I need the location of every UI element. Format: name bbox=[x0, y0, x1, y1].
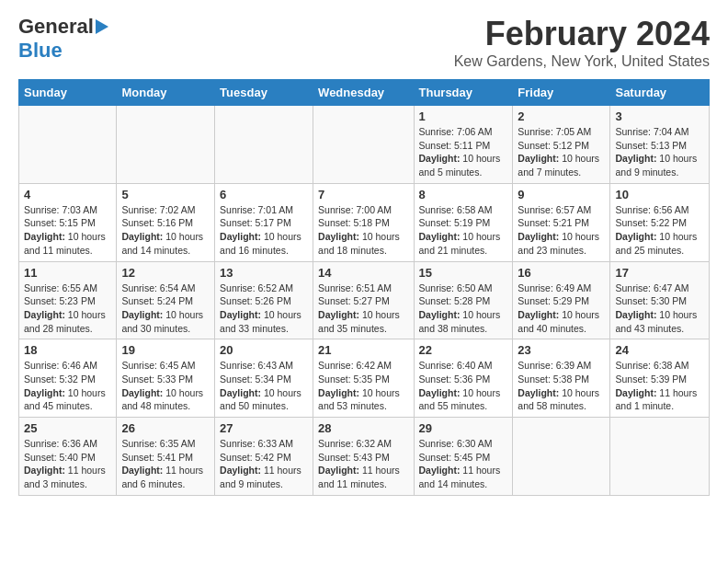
header-sunday: Sunday bbox=[19, 80, 117, 106]
header-friday: Friday bbox=[513, 80, 610, 106]
week-row-2: 4Sunrise: 7:03 AMSunset: 5:15 PMDaylight… bbox=[19, 183, 710, 261]
day-number: 7 bbox=[318, 188, 408, 201]
day-info: Sunrise: 7:01 AMSunset: 5:17 PMDaylight:… bbox=[220, 203, 308, 258]
day-info: Sunrise: 6:30 AMSunset: 5:45 PMDaylight:… bbox=[419, 437, 508, 491]
calendar-title: February 2024 bbox=[454, 15, 710, 53]
day-number: 20 bbox=[220, 343, 308, 357]
day-info: Sunrise: 6:51 AMSunset: 5:27 PMDaylight:… bbox=[318, 282, 408, 336]
day-number: 22 bbox=[419, 343, 508, 357]
day-info: Sunrise: 6:52 AMSunset: 5:26 PMDaylight:… bbox=[220, 282, 308, 336]
day-info: Sunrise: 6:46 AMSunset: 5:32 PMDaylight:… bbox=[24, 359, 111, 413]
calendar-cell: 21Sunrise: 6:42 AMSunset: 5:35 PMDayligh… bbox=[313, 339, 414, 418]
day-info: Sunrise: 6:50 AMSunset: 5:28 PMDaylight:… bbox=[419, 282, 508, 336]
day-info: Sunrise: 7:00 AMSunset: 5:18 PMDaylight:… bbox=[318, 203, 408, 258]
day-number: 23 bbox=[518, 343, 605, 357]
day-info: Sunrise: 6:47 AMSunset: 5:30 PMDaylight:… bbox=[615, 282, 704, 336]
calendar-cell: 19Sunrise: 6:45 AMSunset: 5:33 PMDayligh… bbox=[117, 339, 215, 418]
calendar-cell: 10Sunrise: 6:56 AMSunset: 5:22 PMDayligh… bbox=[610, 183, 710, 261]
logo-general: General bbox=[18, 15, 94, 39]
calendar-cell: 25Sunrise: 6:36 AMSunset: 5:40 PMDayligh… bbox=[19, 418, 117, 496]
header-monday: Monday bbox=[117, 80, 215, 106]
header-row: SundayMondayTuesdayWednesdayThursdayFrid… bbox=[19, 80, 710, 106]
header-saturday: Saturday bbox=[610, 80, 710, 106]
calendar-cell: 13Sunrise: 6:52 AMSunset: 5:26 PMDayligh… bbox=[215, 261, 313, 339]
day-info: Sunrise: 6:39 AMSunset: 5:38 PMDaylight:… bbox=[518, 359, 605, 413]
calendar-cell: 4Sunrise: 7:03 AMSunset: 5:15 PMDaylight… bbox=[19, 183, 117, 261]
week-row-4: 18Sunrise: 6:46 AMSunset: 5:32 PMDayligh… bbox=[19, 339, 710, 418]
calendar-cell: 9Sunrise: 6:57 AMSunset: 5:21 PMDaylight… bbox=[513, 183, 610, 261]
calendar-cell: 27Sunrise: 6:33 AMSunset: 5:42 PMDayligh… bbox=[215, 418, 313, 496]
day-number: 4 bbox=[24, 188, 111, 201]
header-thursday: Thursday bbox=[414, 80, 513, 106]
calendar-cell bbox=[117, 106, 215, 184]
week-row-5: 25Sunrise: 6:36 AMSunset: 5:40 PMDayligh… bbox=[19, 418, 710, 496]
calendar-cell: 1Sunrise: 7:06 AMSunset: 5:11 PMDaylight… bbox=[414, 106, 513, 184]
day-info: Sunrise: 6:43 AMSunset: 5:34 PMDaylight:… bbox=[220, 359, 308, 413]
day-info: Sunrise: 6:36 AMSunset: 5:40 PMDaylight:… bbox=[24, 437, 111, 491]
day-info: Sunrise: 6:33 AMSunset: 5:42 PMDaylight:… bbox=[220, 437, 308, 491]
calendar-cell: 20Sunrise: 6:43 AMSunset: 5:34 PMDayligh… bbox=[215, 339, 313, 418]
day-info: Sunrise: 6:55 AMSunset: 5:23 PMDaylight:… bbox=[24, 282, 111, 336]
day-number: 26 bbox=[121, 421, 210, 435]
logo: General Blue bbox=[18, 15, 108, 63]
day-info: Sunrise: 6:32 AMSunset: 5:43 PMDaylight:… bbox=[318, 437, 408, 491]
calendar-cell: 15Sunrise: 6:50 AMSunset: 5:28 PMDayligh… bbox=[414, 261, 513, 339]
day-number: 24 bbox=[615, 343, 704, 357]
calendar-cell bbox=[513, 418, 610, 496]
calendar-cell: 24Sunrise: 6:38 AMSunset: 5:39 PMDayligh… bbox=[610, 339, 710, 418]
calendar-cell bbox=[19, 106, 117, 184]
calendar-cell: 28Sunrise: 6:32 AMSunset: 5:43 PMDayligh… bbox=[313, 418, 414, 496]
day-info: Sunrise: 6:54 AMSunset: 5:24 PMDaylight:… bbox=[121, 282, 210, 336]
week-row-1: 1Sunrise: 7:06 AMSunset: 5:11 PMDaylight… bbox=[19, 106, 710, 184]
page-header: General Blue February 2024 Kew Gardens, … bbox=[18, 15, 710, 70]
day-number: 3 bbox=[615, 109, 704, 123]
calendar-cell: 7Sunrise: 7:00 AMSunset: 5:18 PMDaylight… bbox=[313, 183, 414, 261]
day-number: 6 bbox=[220, 188, 308, 201]
calendar-cell: 11Sunrise: 6:55 AMSunset: 5:23 PMDayligh… bbox=[19, 261, 117, 339]
day-number: 11 bbox=[24, 266, 111, 280]
day-info: Sunrise: 7:05 AMSunset: 5:12 PMDaylight:… bbox=[518, 125, 605, 179]
calendar-cell: 29Sunrise: 6:30 AMSunset: 5:45 PMDayligh… bbox=[414, 418, 513, 496]
calendar-cell bbox=[610, 418, 710, 496]
day-number: 9 bbox=[518, 188, 605, 201]
title-block: February 2024 Kew Gardens, New York, Uni… bbox=[454, 15, 710, 70]
calendar-cell: 8Sunrise: 6:58 AMSunset: 5:19 PMDaylight… bbox=[414, 183, 513, 261]
day-number: 2 bbox=[518, 109, 605, 123]
calendar-cell: 5Sunrise: 7:02 AMSunset: 5:16 PMDaylight… bbox=[117, 183, 215, 261]
day-number: 17 bbox=[615, 266, 704, 280]
calendar-cell: 3Sunrise: 7:04 AMSunset: 5:13 PMDaylight… bbox=[610, 106, 710, 184]
calendar-cell: 26Sunrise: 6:35 AMSunset: 5:41 PMDayligh… bbox=[117, 418, 215, 496]
day-number: 18 bbox=[24, 343, 111, 357]
day-info: Sunrise: 7:04 AMSunset: 5:13 PMDaylight:… bbox=[615, 125, 704, 179]
day-info: Sunrise: 6:35 AMSunset: 5:41 PMDaylight:… bbox=[121, 437, 210, 491]
day-number: 5 bbox=[121, 188, 210, 201]
day-number: 16 bbox=[518, 266, 605, 280]
calendar-cell: 23Sunrise: 6:39 AMSunset: 5:38 PMDayligh… bbox=[513, 339, 610, 418]
day-number: 28 bbox=[318, 421, 408, 435]
day-number: 21 bbox=[318, 343, 408, 357]
calendar-cell: 14Sunrise: 6:51 AMSunset: 5:27 PMDayligh… bbox=[313, 261, 414, 339]
day-info: Sunrise: 7:03 AMSunset: 5:15 PMDaylight:… bbox=[24, 203, 111, 258]
day-number: 27 bbox=[220, 421, 308, 435]
day-info: Sunrise: 6:58 AMSunset: 5:19 PMDaylight:… bbox=[419, 203, 508, 258]
calendar-cell: 17Sunrise: 6:47 AMSunset: 5:30 PMDayligh… bbox=[610, 261, 710, 339]
header-wednesday: Wednesday bbox=[313, 80, 414, 106]
calendar-cell bbox=[215, 106, 313, 184]
day-number: 15 bbox=[419, 266, 508, 280]
calendar-cell: 12Sunrise: 6:54 AMSunset: 5:24 PMDayligh… bbox=[117, 261, 215, 339]
header-tuesday: Tuesday bbox=[215, 80, 313, 106]
day-info: Sunrise: 6:40 AMSunset: 5:36 PMDaylight:… bbox=[419, 359, 508, 413]
day-info: Sunrise: 6:56 AMSunset: 5:22 PMDaylight:… bbox=[615, 203, 704, 258]
day-info: Sunrise: 6:42 AMSunset: 5:35 PMDaylight:… bbox=[318, 359, 408, 413]
day-info: Sunrise: 7:02 AMSunset: 5:16 PMDaylight:… bbox=[121, 203, 210, 258]
day-info: Sunrise: 6:57 AMSunset: 5:21 PMDaylight:… bbox=[518, 203, 605, 258]
week-row-3: 11Sunrise: 6:55 AMSunset: 5:23 PMDayligh… bbox=[19, 261, 710, 339]
day-number: 8 bbox=[419, 188, 508, 201]
day-number: 10 bbox=[615, 188, 704, 201]
calendar-cell: 6Sunrise: 7:01 AMSunset: 5:17 PMDaylight… bbox=[215, 183, 313, 261]
calendar-cell: 22Sunrise: 6:40 AMSunset: 5:36 PMDayligh… bbox=[414, 339, 513, 418]
day-number: 29 bbox=[419, 421, 508, 435]
calendar-cell: 16Sunrise: 6:49 AMSunset: 5:29 PMDayligh… bbox=[513, 261, 610, 339]
calendar-cell: 2Sunrise: 7:05 AMSunset: 5:12 PMDaylight… bbox=[513, 106, 610, 184]
day-number: 13 bbox=[220, 266, 308, 280]
